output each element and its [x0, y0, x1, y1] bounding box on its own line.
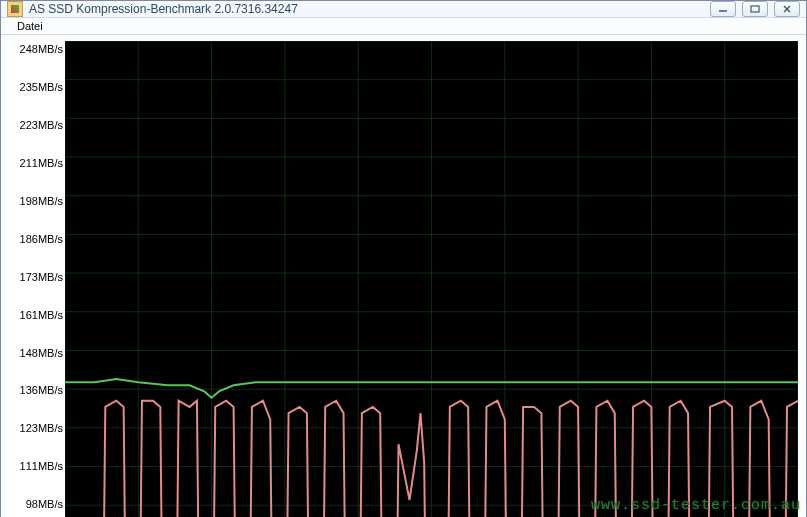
svg-rect-1: [751, 6, 759, 12]
y-tick: 248MB/s: [11, 43, 63, 55]
y-tick: 173MB/s: [11, 271, 63, 283]
window-title: AS SSD Kompression-Benchmark 2.0.7316.34…: [29, 2, 710, 16]
y-tick: 123MB/s: [11, 422, 63, 434]
menu-datei[interactable]: Datei: [9, 18, 51, 34]
y-tick: 98MB/s: [11, 498, 63, 510]
y-tick: 223MB/s: [11, 119, 63, 131]
y-tick: 111MB/s: [11, 460, 63, 472]
menubar: Datei: [1, 17, 806, 35]
plot-area: JetFlash Transcend 1100 112,64 GB Lesen …: [65, 41, 798, 517]
chart: 248MB/s235MB/s223MB/s211MB/s198MB/s186MB…: [9, 41, 798, 517]
y-axis: 248MB/s235MB/s223MB/s211MB/s198MB/s186MB…: [9, 41, 65, 517]
content-area: 248MB/s235MB/s223MB/s211MB/s198MB/s186MB…: [1, 35, 806, 517]
titlebar: AS SSD Kompression-Benchmark 2.0.7316.34…: [1, 1, 806, 17]
close-button[interactable]: [774, 1, 800, 17]
window-buttons: [710, 1, 800, 17]
y-tick: 211MB/s: [11, 157, 63, 169]
app-icon: [7, 1, 23, 17]
maximize-button[interactable]: [742, 1, 768, 17]
y-tick: 198MB/s: [11, 195, 63, 207]
y-tick: 186MB/s: [11, 233, 63, 245]
y-tick: 161MB/s: [11, 309, 63, 321]
y-tick: 148MB/s: [11, 347, 63, 359]
app-window: AS SSD Kompression-Benchmark 2.0.7316.34…: [0, 0, 807, 517]
y-tick: 136MB/s: [11, 384, 63, 396]
minimize-button[interactable]: [710, 1, 736, 17]
y-tick: 235MB/s: [11, 81, 63, 93]
